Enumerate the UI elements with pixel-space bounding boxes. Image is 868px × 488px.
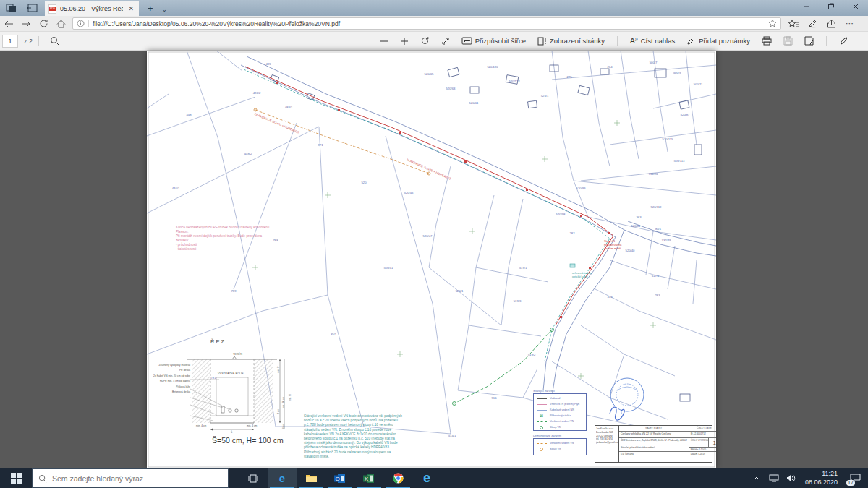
legend-row: Venkovní vedení VN <box>536 419 584 424</box>
clock[interactable]: 11:21 08.06.2020 <box>802 470 841 487</box>
annotate-pen-icon[interactable] <box>804 17 820 31</box>
legend-existing-box: VodovodVnitřní STP (Extern) PlynKabelové… <box>533 393 587 431</box>
pdf-viewport[interactable]: 485486/2488/1448448/2446/178878978135/15… <box>0 51 868 468</box>
legend-row: Kabelové vedení NN <box>536 407 584 413</box>
parcel-label: 519/2 <box>528 353 535 356</box>
technical-note: Stávající venkovní vedení VN bude demont… <box>304 414 402 459</box>
task-view-button[interactable] <box>239 468 268 488</box>
taskbar-search-input[interactable] <box>52 474 222 483</box>
set-aside-tabs-icon[interactable] <box>27 4 38 12</box>
share-icon[interactable] <box>823 17 839 31</box>
zoom-in-icon[interactable] <box>395 34 414 48</box>
dim-label: min. 4 cm <box>196 424 206 427</box>
parcel-label: 788 <box>273 239 278 242</box>
parcel-label: 520/120 <box>487 65 498 69</box>
warning-foil-label: VÝSTRAŽNÁ FÓLIE <box>218 372 244 375</box>
hdpe-note: Konce neobsazených HDPE trubek budou uza… <box>176 226 269 252</box>
browser-tab[interactable]: PDF 05.06.20 - Výkres Reality ✕ <box>45 1 139 16</box>
dim-label: min. 20 cm <box>282 397 285 408</box>
parcel-label: 519/1 <box>519 266 527 270</box>
page-view-button[interactable]: Zobrazení stránky <box>532 34 610 48</box>
parcel-label: 448 <box>187 113 192 116</box>
dim-label: min. 4 cm <box>247 424 257 427</box>
favorite-star-icon[interactable] <box>768 17 777 30</box>
tab-close-icon[interactable]: ✕ <box>127 5 135 12</box>
pdf-toolbar: 1 z 2 Přizpůsobit šířce Zobrazení stránk… <box>0 32 868 51</box>
read-aloud-button[interactable]: A)) Číst nahlas <box>625 34 680 48</box>
taskbar-app-chrome[interactable] <box>383 468 412 488</box>
legend-row: Sloup VN <box>536 424 584 430</box>
dim-label: Š <box>231 431 232 434</box>
ink-tools-icon[interactable] <box>834 34 854 48</box>
parcel-label: 520/47 <box>423 234 433 238</box>
fit-width-button[interactable]: Přizpůsobit šířce <box>456 34 531 48</box>
section-caption: Š=50 cm, H= 100 cm <box>212 436 284 445</box>
parcel-label: 275 <box>567 75 572 79</box>
parcel-label: 520/41 <box>384 266 393 270</box>
parcel-label: 520/99 <box>576 187 586 190</box>
window-layout-icon[interactable] <box>6 4 17 12</box>
start-button[interactable] <box>0 468 32 488</box>
save-icon <box>778 34 798 48</box>
url-field[interactable] <box>72 17 781 30</box>
volume-icon[interactable] <box>785 474 798 482</box>
parcel-label: 446/1 <box>172 187 179 190</box>
dim-label: 8 cm <box>277 409 280 414</box>
fullscreen-icon[interactable] <box>436 34 455 48</box>
parcel-label: 781 <box>211 376 216 380</box>
parcel-label: 520/119 <box>651 205 662 209</box>
legend-row: ⊠Příhradový stožár <box>536 413 584 419</box>
zoom-out-icon[interactable] <box>375 34 393 48</box>
tray-chevron-icon[interactable] <box>750 476 763 481</box>
parcel-label: 448/2 <box>244 152 252 155</box>
favorites-hub-icon[interactable] <box>786 17 801 31</box>
pdf-page: 485486/2488/1448448/2446/178878978135/15… <box>147 51 716 468</box>
cislo-vykresu: 1 <box>708 438 716 447</box>
parcel-label: 520/63 <box>446 87 456 90</box>
action-center-button[interactable]: 17 <box>845 468 865 488</box>
parcel-label: 35/1 <box>331 333 336 336</box>
legend-removed-title: Demontované zařízení <box>533 434 561 437</box>
taskbar-app-edge[interactable]: e <box>268 468 297 488</box>
map-text-layer: 485486/2488/1448448/2446/178878978135/15… <box>147 51 716 468</box>
restore-button[interactable] <box>819 0 843 12</box>
forward-icon[interactable] <box>17 17 35 31</box>
parcel-label: 525/1 <box>541 94 548 98</box>
taskbar-search[interactable] <box>32 468 229 488</box>
refresh-icon[interactable] <box>35 17 52 31</box>
taskbar-app-explorer[interactable] <box>297 468 326 488</box>
taskbar-app-edge-2[interactable]: e <box>412 468 441 488</box>
parcel-label: 789 <box>231 289 237 293</box>
info-icon[interactable] <box>77 17 85 30</box>
windows-taskbar: e O X e 11:21 08.06.2020 17 <box>0 468 868 488</box>
katastr: k.ú. Čerčany <box>619 452 689 462</box>
parcel-label: 971 <box>318 143 323 147</box>
parcel-label: 520/61 <box>469 101 479 105</box>
url-input[interactable] <box>93 20 765 27</box>
taskbar-app-outlook[interactable]: O <box>326 468 354 488</box>
search-icon <box>38 474 47 483</box>
print-icon[interactable] <box>757 34 777 48</box>
dim-label: 6 cm <box>282 424 285 429</box>
parcel-label: 84/1 <box>655 227 661 231</box>
pdf-favicon: PDF <box>48 4 56 14</box>
legend-removed-box: Venkovní vedení VNSloup VN <box>533 438 587 455</box>
tab-preview-chevron-icon[interactable]: ⌄ <box>161 6 174 16</box>
search-icon[interactable] <box>45 34 64 48</box>
parcel-label: 516 <box>492 396 497 400</box>
add-notes-button[interactable]: Přidat poznámky <box>681 34 755 48</box>
rotate-icon[interactable] <box>415 34 435 48</box>
home-icon[interactable] <box>52 17 69 31</box>
taskbar-app-excel[interactable]: X <box>354 468 383 488</box>
save-as-icon[interactable] <box>799 34 819 48</box>
more-options-icon[interactable]: ⋯ <box>842 17 858 31</box>
parcel-label: 488/1 <box>285 106 292 109</box>
minimize-button[interactable] <box>794 0 819 12</box>
back-icon[interactable] <box>0 17 17 31</box>
page-number-box[interactable]: 1 <box>2 35 18 48</box>
network-icon[interactable] <box>767 474 780 482</box>
close-button[interactable] <box>843 0 868 12</box>
parcel-label: 520/40 <box>626 249 635 252</box>
parcel-label: 363 <box>637 215 642 219</box>
new-tab-button[interactable]: + <box>139 3 161 16</box>
